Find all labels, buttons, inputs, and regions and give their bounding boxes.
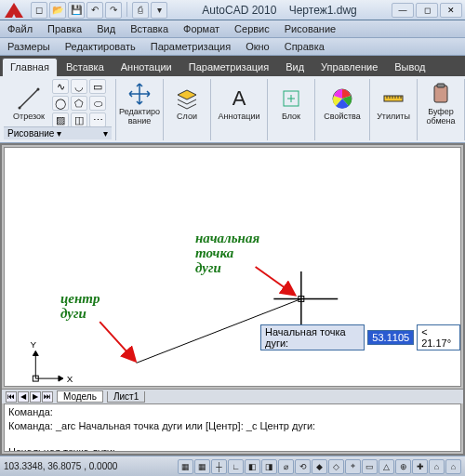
draw-panel-footer[interactable]: Рисование ▾▾ — [4, 126, 112, 139]
block-button[interactable]: Блок — [272, 86, 311, 121]
dynamic-input-value[interactable]: 53.1105 — [367, 330, 414, 345]
tool-arc-icon[interactable]: ◡ — [71, 79, 87, 94]
tab-manage[interactable]: Управление — [312, 58, 386, 76]
status-ducs-icon[interactable]: ⌀ — [278, 459, 294, 474]
tab-home[interactable]: Главная — [2, 58, 58, 76]
menu-edit[interactable]: Правка — [46, 22, 84, 35]
move-icon — [126, 81, 153, 107]
maximize-button[interactable]: ◻ — [416, 3, 438, 18]
tool-more-icon[interactable]: ⋯ — [89, 112, 106, 127]
status-grid-icon[interactable]: ▦ — [194, 459, 210, 474]
tab-insert[interactable]: Вставка — [58, 58, 113, 76]
status-extra2-icon[interactable]: △ — [379, 459, 394, 474]
modify-button[interactable]: Редактиро вание — [120, 81, 159, 126]
menu-modify[interactable]: Редактировать — [63, 40, 138, 53]
status-ortho-icon[interactable]: ┼ — [211, 459, 227, 474]
svg-rect-8 — [437, 84, 445, 87]
layout-nav-last-icon[interactable]: ⏭ — [42, 391, 53, 403]
layers-button[interactable]: Слои — [167, 86, 206, 121]
menu-help[interactable]: Справка — [283, 40, 326, 53]
menu-view[interactable]: Вид — [95, 22, 117, 35]
menu-insert[interactable]: Вставка — [128, 22, 170, 35]
close-button[interactable]: ✕ — [440, 3, 462, 18]
dynamic-input-angle[interactable]: < 21.17° — [417, 324, 460, 350]
clipboard-button[interactable]: Буфер обмена — [421, 81, 460, 126]
layout-tab-sheet1[interactable]: Лист1 — [107, 391, 145, 403]
tool-spline-icon[interactable]: ∿ — [52, 79, 69, 94]
status-extra5-icon[interactable]: ⌂ — [429, 459, 445, 474]
svg-text:A: A — [232, 86, 246, 110]
menu-file[interactable]: Файл — [6, 22, 34, 35]
status-extra4-icon[interactable]: ✚ — [412, 459, 428, 474]
tool-ellipse-icon[interactable]: ⬭ — [89, 96, 106, 111]
ribbon: Отрезок ∿ ◡ ▭ ◯ ⬠ ⬭ ▨ ◫ ⋯ Рисование ▾▾ Р… — [0, 76, 465, 143]
tab-output[interactable]: Вывод — [386, 58, 433, 76]
layout-nav-first-icon[interactable]: ⏮ — [6, 391, 17, 403]
status-qp-icon[interactable]: ◇ — [328, 459, 344, 474]
status-otrack-icon[interactable]: ◨ — [261, 459, 277, 474]
clipboard-icon — [428, 81, 454, 107]
tool-circle-icon[interactable]: ◯ — [52, 96, 69, 111]
status-bar: 103.3348, 36.8075 , 0.0000 ▦ ▦ ┼ ∟ ◧ ◨ ⌀… — [0, 456, 465, 476]
svg-line-13 — [100, 322, 134, 360]
menu-draw[interactable]: Рисование — [283, 22, 338, 35]
menu-bar-1: Файл Правка Вид Вставка Формат Сервис Ри… — [0, 20, 465, 38]
tool-hatch-icon[interactable]: ▨ — [52, 112, 69, 127]
layout-tab-model[interactable]: Модель — [57, 390, 103, 403]
tool-rect-icon[interactable]: ▭ — [89, 79, 106, 94]
menu-tools[interactable]: Сервис — [232, 22, 272, 35]
qat-save-icon[interactable]: 💾 — [68, 2, 85, 19]
tool-region-icon[interactable]: ◫ — [71, 112, 87, 127]
svg-line-14 — [256, 267, 294, 295]
axis-y-label: Y — [30, 339, 36, 350]
color-wheel-icon — [329, 86, 355, 112]
status-extra6-icon[interactable]: ⌂ — [445, 459, 461, 474]
svg-point-2 — [37, 87, 40, 90]
window-title: AutoCAD 2010 Чертеж1.dwg — [167, 4, 392, 17]
draw-small-tools: ∿ ◡ ▭ ◯ ⬠ ⬭ ▨ ◫ ⋯ — [52, 79, 106, 127]
menu-bar-2: Размеры Редактировать Параметризация Окн… — [0, 38, 465, 56]
layout-nav-next-icon[interactable]: ▶ — [30, 391, 41, 403]
status-osnap-icon[interactable]: ◧ — [245, 459, 260, 474]
command-line[interactable]: Команда: Команда: _arc Начальная точка д… — [4, 403, 461, 452]
status-polar-icon[interactable]: ∟ — [228, 459, 244, 474]
menu-format[interactable]: Формат — [181, 22, 221, 35]
status-extra3-icon[interactable]: ⊕ — [395, 459, 411, 474]
status-extra1-icon[interactable]: ▭ — [362, 459, 378, 474]
utils-button[interactable]: Утилиты — [374, 86, 413, 121]
props-button[interactable]: Свойства — [319, 86, 365, 121]
axis-x-label: X — [67, 374, 73, 384]
menu-dims[interactable]: Размеры — [6, 40, 52, 53]
text-icon: A — [226, 86, 252, 112]
dynamic-input-label: Начальная точка дуги: — [260, 324, 365, 350]
drawing-canvas[interactable]: X Y начальная точка дуги центр дуги Нача… — [4, 147, 461, 387]
qat-print-icon[interactable]: ⎙ — [132, 2, 149, 19]
status-snap-icon[interactable]: ▦ — [178, 459, 193, 474]
qat-new-icon[interactable]: ◻ — [31, 2, 47, 19]
tab-view[interactable]: Вид — [277, 58, 312, 76]
layout-nav-prev-icon[interactable]: ◀ — [18, 391, 29, 403]
status-coords[interactable]: 103.3348, 36.8075 , 0.0000 — [4, 461, 125, 471]
qat-undo-icon[interactable]: ↶ — [86, 2, 103, 19]
title-bar: ◻ 📂 💾 ↶ ↷ ⎙ ▾ AutoCAD 2010 Чертеж1.dwg —… — [0, 0, 465, 20]
annot-start-point: начальная точка дуги — [195, 231, 259, 275]
menu-window[interactable]: Окно — [244, 40, 272, 53]
menu-param[interactable]: Параметризация — [149, 40, 232, 53]
tool-poly-icon[interactable]: ⬠ — [71, 96, 87, 111]
status-model-icon[interactable]: ⌖ — [345, 459, 361, 474]
app-logo[interactable] — [3, 1, 25, 20]
layout-tabs: ⏮ ◀ ▶ ⏭ Модель Лист1 — [2, 389, 463, 403]
tab-param[interactable]: Параметризация — [180, 58, 277, 76]
tab-annot[interactable]: Аннотации — [113, 58, 180, 76]
annot-center: центр дуги — [60, 292, 100, 322]
minimize-button[interactable]: — — [392, 3, 414, 18]
qat-open-icon[interactable]: 📂 — [49, 2, 66, 19]
annot-button[interactable]: AАннотации — [215, 86, 263, 121]
line-button[interactable]: Отрезок — [9, 86, 48, 121]
status-dyn-icon[interactable]: ⟲ — [295, 459, 311, 474]
status-lwt-icon[interactable]: ◆ — [312, 459, 327, 474]
qat-dropdown-icon[interactable]: ▾ — [151, 2, 167, 19]
qat-redo-icon[interactable]: ↷ — [105, 2, 122, 19]
line-icon — [16, 86, 42, 112]
svg-line-0 — [20, 89, 38, 108]
